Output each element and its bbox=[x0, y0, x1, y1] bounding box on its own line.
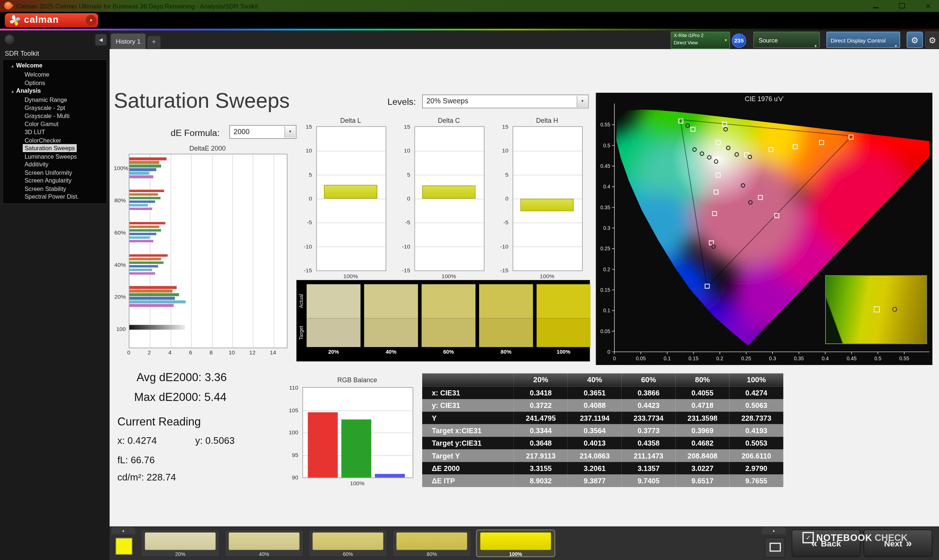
de-formula-select[interactable]: 2000 ▼ bbox=[229, 125, 296, 139]
sidebar-item-spectral-power-dist[interactable]: Spectral Power Dist. bbox=[3, 193, 106, 201]
table-row: Y241.4795237.1194233.7734231.3598228.737… bbox=[422, 412, 783, 424]
titlebar: Calman 2025 Calman Ultimate for Business… bbox=[0, 0, 939, 12]
sidebar-item-additivity[interactable]: Additivity bbox=[3, 160, 106, 169]
settings-gear-button[interactable]: ⚙ bbox=[907, 32, 923, 48]
table-row-label: ΔE ITP bbox=[422, 475, 514, 487]
deltaL-ytick-label: 5 bbox=[299, 171, 312, 178]
sidebar-item-color-gamut[interactable]: Color Gamut bbox=[3, 120, 106, 128]
deltae-plot bbox=[129, 154, 288, 349]
sidebar-item-saturation-sweeps[interactable]: Saturation Sweeps bbox=[3, 144, 106, 152]
sidebar-item-dynamic-range[interactable]: Dynamic Range bbox=[3, 95, 106, 104]
source-dropdown[interactable]: Source ▼ bbox=[753, 32, 820, 48]
expander-icon: ▴ bbox=[11, 89, 14, 94]
table-cell: 214.0863 bbox=[568, 449, 622, 462]
cie-ytick-label: 0.3 bbox=[603, 225, 611, 231]
back-button[interactable]: « Back bbox=[791, 529, 860, 557]
deltae-xtick-label: 4 bbox=[164, 349, 176, 355]
deltae-xtick-label: 8 bbox=[205, 349, 217, 355]
display-icon bbox=[769, 543, 780, 552]
deltae-xtick-label: 14 bbox=[267, 349, 279, 355]
deltaL-ylabels: 151050-5-10-15 bbox=[299, 126, 315, 270]
display-control-dropdown[interactable]: Direct Display Control ▼ bbox=[826, 32, 900, 48]
sweep-patch-40[interactable]: 40% bbox=[225, 529, 304, 557]
sidebar-group-welcome[interactable]: ▴Welcome bbox=[3, 62, 106, 70]
rgb-bar-b bbox=[375, 474, 405, 477]
sidebar-item-colorchecker[interactable]: ColorChecker bbox=[3, 136, 106, 144]
tab-history-1[interactable]: History 1 bbox=[111, 33, 146, 49]
sidebar-group-analysis[interactable]: ▴Analysis bbox=[3, 87, 106, 95]
avg-de2000: Avg dE2000: 3.36 bbox=[136, 371, 227, 384]
sidebar-item-screen-angularity[interactable]: Screen Angularity bbox=[3, 177, 106, 185]
sidebar-collapse-button[interactable]: ◀ bbox=[96, 34, 107, 45]
deltae-bar bbox=[130, 225, 159, 228]
cie-ytick-label: 0.45 bbox=[600, 163, 611, 169]
current-x: x: 0.4274 bbox=[117, 436, 157, 446]
deltaC-ytick-label: 0 bbox=[398, 195, 410, 202]
sidebar-item-3d-lut[interactable]: 3D LUT bbox=[3, 128, 106, 136]
deltaL-ytick-label: 15 bbox=[299, 123, 312, 130]
sweep-patch-100[interactable]: 100% bbox=[476, 529, 555, 557]
cie-xtick-label: 0.25 bbox=[741, 355, 751, 362]
next-button[interactable]: Next » bbox=[863, 529, 933, 557]
logo-dropdown[interactable]: ▼ bbox=[85, 15, 96, 26]
meter-mode: Direct View bbox=[671, 40, 729, 47]
workflow-orb-icon[interactable] bbox=[5, 35, 14, 45]
table-cell: 0.4055 bbox=[675, 387, 729, 399]
swatch-column-40: 40% bbox=[364, 285, 418, 358]
table-row: ΔE ITP8.90329.38779.74059.65179.7655 bbox=[422, 475, 783, 487]
calman-logo-button[interactable]: calman ▼ bbox=[5, 13, 98, 28]
table-cell: 0.4718 bbox=[675, 399, 729, 412]
close-button[interactable]: ✕ bbox=[922, 0, 934, 12]
workflow-gear-button[interactable]: ⚙ bbox=[925, 32, 939, 48]
sidebar-item-luminance-sweeps[interactable]: Luminance Sweeps bbox=[3, 152, 106, 160]
cie-xtick-label: 0.45 bbox=[846, 355, 856, 362]
maximize-button[interactable] bbox=[896, 0, 908, 12]
deltae-bar bbox=[130, 157, 167, 160]
sidebar-item-grayscale-2pt[interactable]: Grayscale - 2pt bbox=[3, 104, 106, 112]
chevron-down-icon: ▼ bbox=[577, 95, 587, 107]
deltae-bar bbox=[130, 297, 175, 299]
deltaC-ylabels: 151050-5-10-15 bbox=[398, 126, 413, 270]
sidebar-item-options[interactable]: Options bbox=[3, 79, 106, 87]
meter-badge[interactable]: 235 bbox=[732, 33, 746, 48]
sidebar-item-welcome[interactable]: Welcome bbox=[3, 71, 106, 79]
cie-ytick-label: 0.15 bbox=[600, 287, 611, 293]
deltaH-xlabel: 100% bbox=[513, 273, 582, 279]
sidebar-item-grayscale-multi[interactable]: Grayscale - Multi bbox=[3, 112, 106, 120]
deltaL-plot bbox=[316, 126, 386, 271]
deltae-bar bbox=[130, 258, 161, 261]
sidebar-tree: ▴WelcomeWelcomeOptions▴AnalysisDynamic R… bbox=[3, 59, 108, 204]
cie-xtick-label: 0.5 bbox=[874, 355, 882, 362]
deltae-bar bbox=[130, 229, 161, 232]
minimize-button[interactable] bbox=[870, 0, 882, 12]
deltae-ylabels: 100%80%60%40%20%100 bbox=[114, 154, 127, 347]
deltae-bar bbox=[130, 240, 153, 243]
sweep-patch-80[interactable]: 80% bbox=[392, 529, 471, 557]
table-row-label: Y bbox=[422, 412, 514, 424]
add-tab-button[interactable]: + bbox=[148, 36, 161, 48]
swatch-column-100: 100% bbox=[537, 285, 591, 358]
deltaL-title: Delta L bbox=[316, 117, 385, 124]
table-cell: 3.2061 bbox=[568, 462, 622, 474]
stage: Calman 2025 Calman Ultimate for Business… bbox=[0, 0, 939, 560]
deltae-ytick-label: 60% bbox=[114, 229, 126, 235]
right-panel-handle[interactable]: ▴ bbox=[762, 527, 786, 534]
deltaH-chart: Delta H 151050-5-10-15 100% bbox=[496, 117, 587, 284]
sweep-patch-20[interactable]: 20% bbox=[141, 529, 220, 557]
sweep-patch-60[interactable]: 60% bbox=[308, 529, 388, 557]
swatch-label: 100% bbox=[537, 349, 591, 355]
cie-ytick-label: 0.25 bbox=[600, 246, 611, 251]
levels-select[interactable]: 20% Sweeps ▼ bbox=[422, 95, 589, 108]
sidebar-item-screen-stability[interactable]: Screen Stability bbox=[3, 185, 106, 193]
rgb-ytick-label: 100 bbox=[280, 429, 298, 436]
page-title: Saturation Sweeps bbox=[114, 89, 290, 112]
pattern-window-button[interactable] bbox=[765, 537, 785, 558]
de-formula-label: dE Formula: bbox=[171, 128, 219, 138]
table-row: Target y:CIE310.36480.40130.43580.46820.… bbox=[422, 437, 783, 449]
chevrons-right-icon: » bbox=[906, 538, 912, 549]
sidebar-item-screen-uniformity[interactable]: Screen Uniformity bbox=[3, 169, 106, 177]
deltaH-ytick-label: 10 bbox=[496, 147, 508, 154]
table-cell: 9.7655 bbox=[729, 475, 783, 487]
sidebar-item-label: 3D LUT bbox=[25, 129, 45, 135]
meter-dropdown[interactable]: X-Rite i1Pro 2 Direct View ▼ bbox=[671, 32, 730, 49]
